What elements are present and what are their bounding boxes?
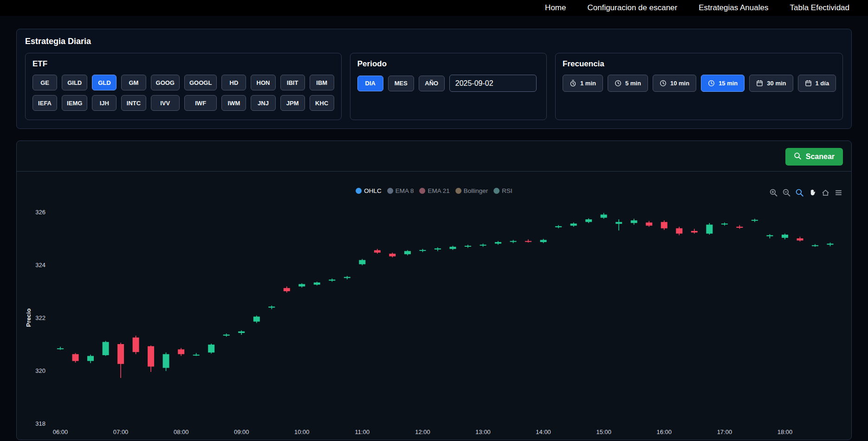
chart-panel: Scanear OHLCEMA 8EMA 21BollingerRSI 3183…: [16, 141, 852, 440]
page-title: Estrategia Diaria: [25, 37, 843, 46]
legend-item-ohlc[interactable]: OHLC: [356, 187, 382, 194]
periodo-button-a-o-label: AÑO: [425, 80, 438, 87]
etf-button-iwf[interactable]: IWF: [184, 95, 217, 111]
periodo-button-dia-label: DIA: [365, 80, 376, 87]
svg-text:14:00: 14:00: [536, 428, 551, 435]
etf-button-hon[interactable]: HON: [251, 75, 275, 90]
periodo-button-mes[interactable]: MES: [388, 76, 414, 91]
pan-icon[interactable]: [808, 188, 817, 197]
frecuencia-button-30-min[interactable]: 30 min: [749, 75, 793, 92]
etf-button-iwm-label: IWM: [228, 100, 240, 107]
home-icon[interactable]: [821, 188, 830, 197]
zoom-in-icon[interactable]: [769, 188, 778, 197]
legend-item-ema-8[interactable]: EMA 8: [387, 187, 414, 194]
svg-text:10:00: 10:00: [294, 428, 310, 435]
etf-button-ivv-label: IVV: [160, 100, 170, 107]
etf-button-ge[interactable]: GE: [32, 75, 57, 90]
frecuencia-box: Frecuencia 1 min5 min10 min15 min30 min1…: [555, 53, 843, 120]
etf-button-iemg[interactable]: IEMG: [62, 95, 87, 111]
etf-button-intc[interactable]: INTC: [121, 95, 146, 111]
svg-text:Precio: Precio: [25, 308, 32, 327]
etf-box: ETF GEGILDGLDGMGOOGGOOGLHDHONIBITIBMIEFA…: [25, 53, 342, 120]
etf-button-ibit-label: IBIT: [287, 79, 298, 86]
svg-text:Fecha: Fecha: [437, 439, 454, 440]
nav-link-configuracion-de-escaner[interactable]: Configuracion de escaner: [587, 3, 677, 13]
etf-button-googl[interactable]: GOOGL: [184, 75, 217, 90]
svg-text:08:00: 08:00: [174, 428, 189, 435]
nav-link-home[interactable]: Home: [545, 3, 566, 13]
calendar-icon: [805, 80, 812, 87]
frecuencia-button-1-min[interactable]: 1 min: [563, 75, 603, 92]
frecuencia-button-30-min-label: 30 min: [767, 80, 786, 87]
frecuencia-button-15-min[interactable]: 15 min: [701, 75, 745, 92]
etf-button-khc[interactable]: KHC: [310, 95, 334, 111]
legend-label-rsi: RSI: [502, 187, 512, 194]
etf-button-grid: GEGILDGLDGMGOOGGOOGLHDHONIBITIBMIEFAIEMG…: [32, 75, 334, 111]
frecuencia-box-title: Frecuencia: [563, 59, 836, 69]
svg-text:06:00: 06:00: [53, 428, 68, 435]
legend-label-ema-21: EMA 21: [428, 187, 449, 194]
calendar-icon: [756, 80, 763, 87]
chart-modebar: [769, 188, 843, 197]
nav-link-tabla-efectividad[interactable]: Tabla Efectividad: [790, 3, 849, 13]
etf-button-gld-label: GLD: [98, 79, 110, 86]
legend-label-ohlc: OHLC: [364, 187, 382, 194]
candlestick-plot[interactable]: 31832032232432606:0007:0008:0009:0010:00…: [17, 141, 851, 440]
etf-button-hd-label: HD: [230, 79, 239, 86]
svg-text:18:00: 18:00: [777, 428, 793, 435]
etf-button-jpm-label: JPM: [286, 100, 299, 107]
etf-button-gm-label: GM: [129, 79, 138, 86]
frecuencia-button-1-min-label: 1 min: [580, 80, 596, 87]
legend-item-bollinger[interactable]: Bollinger: [455, 187, 488, 194]
etf-button-ivv[interactable]: IVV: [151, 95, 180, 111]
etf-button-jpm[interactable]: JPM: [280, 95, 305, 111]
frecuencia-button-10-min-label: 10 min: [670, 80, 689, 87]
menu-icon[interactable]: [834, 188, 843, 197]
etf-button-gld[interactable]: GLD: [92, 75, 117, 90]
periodo-button-row: DIAMESAÑO: [357, 75, 539, 92]
svg-text:320: 320: [35, 367, 45, 374]
etf-button-hd[interactable]: HD: [221, 75, 246, 90]
etf-button-iefa-label: IEFA: [38, 100, 52, 107]
etf-button-ijh-label: IJH: [100, 100, 109, 107]
etf-button-iwf-label: IWF: [195, 100, 206, 107]
etf-button-jnj[interactable]: JNJ: [251, 95, 275, 111]
etf-button-ibm[interactable]: IBM: [310, 75, 334, 90]
zoom-out-icon[interactable]: [782, 188, 791, 197]
date-input[interactable]: [449, 75, 537, 92]
etf-button-iefa[interactable]: IEFA: [32, 95, 57, 111]
legend-item-ema-21[interactable]: EMA 21: [419, 187, 449, 194]
etf-button-gm[interactable]: GM: [121, 75, 146, 90]
legend-dot-ema-8: [387, 188, 393, 194]
etf-button-gild[interactable]: GILD: [62, 75, 87, 90]
legend-item-rsi[interactable]: RSI: [493, 187, 512, 194]
frecuencia-button-row: 1 min5 min10 min15 min30 min1 día: [563, 75, 836, 92]
etf-button-jnj-label: JNJ: [258, 100, 269, 107]
frecuencia-button-10-min[interactable]: 10 min: [653, 75, 696, 92]
legend-dot-bollinger: [455, 188, 461, 194]
legend-dot-rsi: [493, 188, 499, 194]
etf-button-iwm[interactable]: IWM: [221, 95, 246, 111]
etf-button-goog-label: GOOG: [156, 79, 175, 86]
svg-text:318: 318: [35, 420, 45, 427]
svg-text:17:00: 17:00: [717, 428, 732, 435]
etf-button-goog[interactable]: GOOG: [151, 75, 180, 90]
top-nav: HomeConfiguracion de escanerEstrategias …: [0, 0, 868, 16]
frecuencia-button-5-min[interactable]: 5 min: [608, 75, 648, 92]
svg-text:15:00: 15:00: [596, 428, 611, 435]
svg-text:12:00: 12:00: [415, 428, 430, 435]
etf-button-googl-label: GOOGL: [189, 79, 212, 86]
etf-button-ibit[interactable]: IBIT: [280, 75, 305, 90]
etf-button-ijh[interactable]: IJH: [92, 95, 117, 111]
nav-link-estrategias-anuales[interactable]: Estrategias Anuales: [699, 3, 768, 13]
periodo-button-a-o[interactable]: AÑO: [419, 76, 445, 91]
frecuencia-button-1-d-a[interactable]: 1 día: [798, 75, 836, 92]
box-zoom-icon[interactable]: [795, 188, 804, 197]
etf-button-intc-label: INTC: [127, 100, 141, 107]
periodo-button-mes-label: MES: [395, 80, 408, 87]
periodo-button-dia[interactable]: DIA: [357, 76, 383, 91]
stopwatch-icon: [570, 80, 577, 87]
legend-label-ema-8: EMA 8: [395, 187, 414, 194]
legend-label-bollinger: Bollinger: [464, 187, 488, 194]
legend-dot-ema-21: [419, 188, 425, 194]
